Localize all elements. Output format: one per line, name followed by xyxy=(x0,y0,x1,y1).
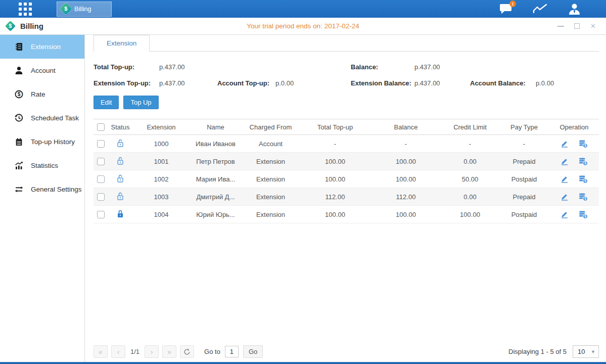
statistics-icon xyxy=(15,161,23,170)
notification-badge: ! xyxy=(509,1,516,7)
svg-text:$: $ xyxy=(584,197,586,201)
cell-total-topup: - xyxy=(300,135,370,153)
row-checkbox[interactable] xyxy=(97,158,105,165)
refresh-icon xyxy=(183,348,191,355)
col-header-credit-limit: Credit Limit xyxy=(441,119,499,135)
scheduled-task-icon xyxy=(15,114,23,122)
svg-text:$: $ xyxy=(584,161,586,165)
status-lock-icon[interactable] xyxy=(108,188,133,206)
cell-total-topup: 100.00 xyxy=(300,170,370,188)
row-checkbox[interactable] xyxy=(97,193,105,201)
sidebar-item-topup-history[interactable]: Top-up History xyxy=(0,130,84,154)
table-row: 1000 Иван Иванов Account - - - - $ xyxy=(94,135,599,153)
cell-charged-from: Account xyxy=(242,135,300,153)
col-header-charged-from: Charged From xyxy=(242,119,300,135)
refresh-button[interactable] xyxy=(180,345,194,358)
cell-credit-limit: 100.00 xyxy=(441,206,499,223)
sidebar-item-rate[interactable]: $ Rate xyxy=(0,82,84,106)
unlocked-icon xyxy=(116,156,124,165)
cell-name: Иван Иванов xyxy=(190,135,242,153)
window-titlebar: $ Billing Your trial period ends on: 201… xyxy=(0,18,606,35)
col-header-name: Name xyxy=(190,119,242,135)
balance-label: Balance: xyxy=(351,63,414,71)
last-page-button[interactable]: » xyxy=(162,345,176,358)
svg-text:$: $ xyxy=(584,144,586,148)
extension-icon xyxy=(15,42,23,51)
sidebar-item-extension[interactable]: Extension xyxy=(0,35,84,59)
top-up-coins-icon[interactable]: $ xyxy=(579,193,588,201)
sidebar-item-statistics[interactable]: Statistics xyxy=(0,154,84,177)
edit-button[interactable]: Edit xyxy=(94,96,119,109)
action-bar: Edit Top Up xyxy=(94,96,599,109)
cell-pay-type: Postpaid xyxy=(499,206,549,223)
row-checkbox[interactable] xyxy=(97,175,105,183)
sidebar-item-account[interactable]: Account xyxy=(0,59,84,82)
status-lock-icon[interactable] xyxy=(108,206,133,223)
goto-label: Go to xyxy=(204,348,220,355)
notifications-message-icon[interactable]: ! xyxy=(499,4,512,14)
cell-charged-from: Extension xyxy=(242,153,300,170)
col-header-status: Status xyxy=(108,119,133,135)
extension-topup-value: p.437.00 xyxy=(159,79,217,87)
tab-extension[interactable]: Extension xyxy=(94,35,150,52)
table-header-row: Status Extension Name Charged From Total… xyxy=(94,119,599,135)
go-button[interactable]: Go xyxy=(243,345,263,358)
page-size-select[interactable]: 10 ▼ xyxy=(573,345,599,358)
cell-credit-limit: - xyxy=(441,135,499,153)
close-button[interactable]: × xyxy=(589,22,597,30)
cell-balance: 100.00 xyxy=(370,153,441,170)
row-checkbox[interactable] xyxy=(97,140,105,148)
page-indicator: 1/1 xyxy=(130,348,139,355)
sidebar-item-general-settings[interactable]: General Settings xyxy=(0,177,84,201)
balance-value: p.437.00 xyxy=(414,63,440,71)
cell-total-topup: 100.00 xyxy=(300,206,370,223)
cell-total-topup: 100.00 xyxy=(300,153,370,170)
sidebar-item-label: Extension xyxy=(31,43,61,51)
top-up-button[interactable]: Top Up xyxy=(123,96,158,109)
user-account-icon[interactable] xyxy=(568,4,581,15)
top-up-coins-icon[interactable]: $ xyxy=(579,157,588,166)
top-up-coins-icon[interactable]: $ xyxy=(579,140,588,148)
edit-pencil-icon[interactable] xyxy=(561,210,569,218)
app-menu-grid-icon[interactable] xyxy=(19,3,34,16)
sidebar-item-label: General Settings xyxy=(31,186,82,193)
cell-balance: 100.00 xyxy=(370,206,441,223)
minimize-button[interactable] xyxy=(557,22,565,30)
top-up-coins-icon[interactable]: $ xyxy=(579,175,588,184)
resource-monitor-icon[interactable] xyxy=(533,4,548,14)
col-header-pay-type: Pay Type xyxy=(499,119,549,135)
status-lock-icon[interactable] xyxy=(108,153,133,170)
row-checkbox[interactable] xyxy=(97,211,105,218)
cell-charged-from: Extension xyxy=(242,188,300,206)
status-lock-icon[interactable] xyxy=(108,170,133,188)
cell-pay-type: Postpaid xyxy=(499,170,549,188)
taskbar-item-billing[interactable]: $ Billing xyxy=(57,2,112,17)
extension-balance-label: Extension Balance: xyxy=(351,79,414,87)
cell-credit-limit: 0.00 xyxy=(441,153,499,170)
select-all-checkbox[interactable] xyxy=(97,123,105,131)
top-up-coins-icon[interactable]: $ xyxy=(579,210,588,219)
maximize-button[interactable] xyxy=(573,22,581,30)
account-topup-label: Account Top-up: xyxy=(217,79,275,87)
goto-page-input[interactable] xyxy=(225,346,239,357)
tab-strip: Extension xyxy=(94,35,599,52)
extension-table: Status Extension Name Charged From Total… xyxy=(94,119,599,223)
billing-window-icon: $ xyxy=(5,21,16,31)
prev-page-button[interactable]: ‹ xyxy=(111,345,125,358)
cell-extension: 1001 xyxy=(133,153,190,170)
col-header-balance: Balance xyxy=(370,119,441,135)
edit-pencil-icon[interactable] xyxy=(561,175,569,183)
unlocked-icon xyxy=(116,139,124,148)
cell-charged-from: Extension xyxy=(242,170,300,188)
locked-icon xyxy=(116,209,124,218)
edit-pencil-icon[interactable] xyxy=(561,157,569,165)
edit-pencil-icon[interactable] xyxy=(561,140,569,148)
extension-topup-label: Extension Top-up: xyxy=(94,79,159,87)
status-lock-icon[interactable] xyxy=(108,135,133,153)
first-page-button[interactable]: « xyxy=(94,345,108,358)
table-row: 1002 Мария Ива... Extension 100.00 100.0… xyxy=(94,170,599,188)
edit-pencil-icon[interactable] xyxy=(561,193,569,201)
sidebar-item-scheduled-task[interactable]: Scheduled Task xyxy=(0,106,84,130)
cell-pay-type: Prepaid xyxy=(499,153,549,170)
next-page-button[interactable]: › xyxy=(145,345,159,358)
